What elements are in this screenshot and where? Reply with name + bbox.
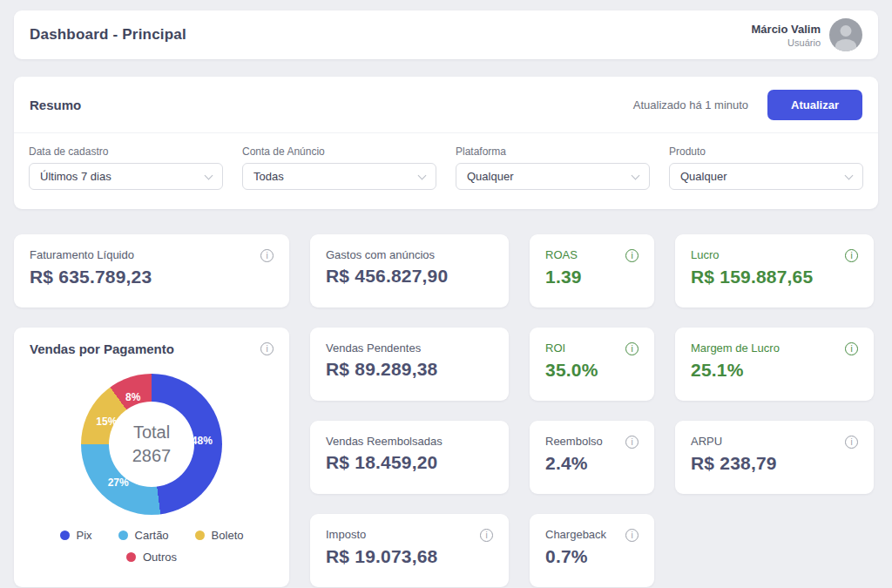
metric-card-roas: ROAS 1.39 xyxy=(530,234,654,308)
metric-card-vendas-reembolsadas: Vendas Reembolsadas R$ 18.459,20 xyxy=(310,421,509,494)
ad-account-select[interactable]: Todas xyxy=(242,163,436,190)
metric-label: Chargeback xyxy=(545,528,606,541)
metric-card-reembolso: Reembolso 2.4% xyxy=(530,421,654,494)
filter-label: Produto xyxy=(669,145,863,158)
platform-select[interactable]: Qualquer xyxy=(456,163,650,190)
metric-label: ROI xyxy=(545,341,565,355)
chevron-down-icon xyxy=(205,171,213,179)
metric-value: 2.4% xyxy=(545,453,639,474)
user-name: Márcio Valim xyxy=(752,23,821,36)
filter-data-de-cadastro: Data de cadastro Últimos 7 dias xyxy=(29,145,223,190)
info-icon[interactable] xyxy=(625,342,639,355)
metric-label: Margem de Lucro xyxy=(691,341,780,355)
top-header: Dashboard - Principal Márcio Valim Usuár… xyxy=(14,10,878,59)
metric-value: R$ 19.073,68 xyxy=(326,546,493,567)
donut-center: Total 2867 xyxy=(109,402,194,487)
metric-card-vendas-pendentes: Vendas Pendentes R$ 89.289,38 xyxy=(310,328,509,401)
info-icon[interactable] xyxy=(480,529,493,542)
info-icon[interactable] xyxy=(260,249,274,262)
legend-item[interactable]: Pix xyxy=(60,529,92,542)
select-value: Todas xyxy=(253,170,284,183)
metric-label: Gastos com anúncios xyxy=(326,248,435,261)
donut-total-value: 2867 xyxy=(132,446,172,466)
metric-value: R$ 159.887,65 xyxy=(691,267,858,287)
metric-value: 35.0% xyxy=(545,360,639,381)
legend-label: Pix xyxy=(77,529,92,542)
legend-label: Cartão xyxy=(135,529,169,542)
info-icon[interactable] xyxy=(845,249,858,262)
metric-label: Faturamento Líquido xyxy=(30,248,134,261)
metric-card-lucro: Lucro R$ 159.887,65 xyxy=(675,234,874,308)
chevron-down-icon xyxy=(632,171,640,179)
metric-value: 25.1% xyxy=(691,360,858,381)
info-icon[interactable] xyxy=(845,342,858,355)
chevron-down-icon xyxy=(418,171,427,179)
donut-chart: Total 2867 48%27%15%8% xyxy=(81,374,222,515)
date-range-select[interactable]: Últimos 7 dias xyxy=(29,163,223,190)
metric-label: Reembolso xyxy=(545,435,603,448)
metric-value: R$ 635.789,23 xyxy=(30,267,274,287)
filter-produto: Produto Qualquer xyxy=(669,145,863,190)
last-updated-text: Atualizado há 1 minuto xyxy=(633,98,748,112)
legend-dot xyxy=(126,552,136,562)
legend-item[interactable]: Outros xyxy=(126,551,177,564)
page-title: Dashboard - Principal xyxy=(30,26,186,44)
user-meta: Márcio Valim Usuário xyxy=(752,23,821,48)
filter-label: Plataforma xyxy=(456,145,650,158)
metrics-grid: Faturamento Líquido R$ 635.789,23 Gastos… xyxy=(14,234,878,587)
filters-row: Data de cadastro Últimos 7 dias Conta de… xyxy=(14,133,878,209)
metric-value: 0.7% xyxy=(545,546,639,567)
metric-label: Lucro xyxy=(691,248,720,261)
metric-value: R$ 89.289,38 xyxy=(326,359,493,380)
filter-label: Data de cadastro xyxy=(29,145,223,158)
resumo-title: Resumo xyxy=(30,98,81,112)
chevron-down-icon xyxy=(845,171,854,179)
resumo-header: Resumo Atualizado há 1 minuto Atualizar xyxy=(14,77,878,133)
info-icon[interactable] xyxy=(625,436,639,449)
metric-card-chargeback: Chargeback 0.7% xyxy=(530,514,654,587)
metric-card-roi: ROI 35.0% xyxy=(530,328,654,401)
metric-label: ROAS xyxy=(545,248,578,261)
user-menu[interactable]: Márcio Valim Usuário xyxy=(752,18,862,51)
select-value: Qualquer xyxy=(680,170,726,183)
donut-legend: PixCartãoBoletoOutros xyxy=(36,529,267,564)
donut-center-label: Total xyxy=(133,422,170,443)
metric-value: R$ 18.459,20 xyxy=(326,452,493,473)
user-avatar-icon[interactable] xyxy=(829,18,862,51)
resumo-actions: Atualizado há 1 minuto Atualizar xyxy=(633,90,862,120)
metric-label: Vendas Pendentes xyxy=(326,341,421,355)
metric-card-gastos-anuncios: Gastos com anúncios R$ 456.827,90 xyxy=(310,234,509,308)
select-value: Últimos 7 dias xyxy=(40,170,112,183)
metric-card-imposto: Imposto R$ 19.073,68 xyxy=(310,514,509,587)
info-icon[interactable] xyxy=(845,436,858,449)
info-icon[interactable] xyxy=(260,342,274,355)
legend-label: Outros xyxy=(143,551,177,564)
metric-label: ARPU xyxy=(691,435,722,448)
info-icon[interactable] xyxy=(625,249,639,262)
product-select[interactable]: Qualquer xyxy=(669,163,863,190)
dashboard-page: Dashboard - Principal Márcio Valim Usuár… xyxy=(0,0,892,588)
metric-card-arpu: ARPU R$ 238,79 xyxy=(675,421,874,494)
select-value: Qualquer xyxy=(467,170,513,183)
user-role: Usuário xyxy=(752,37,821,48)
legend-dot xyxy=(60,531,70,540)
info-icon[interactable] xyxy=(625,529,639,542)
resumo-section: Resumo Atualizado há 1 minuto Atualizar … xyxy=(14,77,878,209)
metric-card-margem-de-lucro: Margem de Lucro 25.1% xyxy=(675,328,874,401)
legend-item[interactable]: Boleto xyxy=(195,529,244,542)
legend-dot xyxy=(195,531,205,540)
payments-chart-card: Vendas por Pagamento Total 2867 48%27%15… xyxy=(14,328,289,587)
legend-dot xyxy=(118,531,128,540)
refresh-button[interactable]: Atualizar xyxy=(767,90,862,120)
filter-label: Conta de Anúncio xyxy=(242,145,436,158)
legend-item[interactable]: Cartão xyxy=(118,529,169,542)
filter-plataforma: Plataforma Qualquer xyxy=(456,145,650,190)
metric-label: Imposto xyxy=(326,528,366,541)
filter-conta-de-anuncio: Conta de Anúncio Todas xyxy=(242,145,436,190)
chart-title: Vendas por Pagamento xyxy=(30,341,174,356)
metric-label: Vendas Reembolsadas xyxy=(326,435,443,448)
metric-value: R$ 456.827,90 xyxy=(326,266,493,287)
metric-card-faturamento-liquido: Faturamento Líquido R$ 635.789,23 xyxy=(14,234,289,308)
metric-value: 1.39 xyxy=(545,267,639,287)
metric-value: R$ 238,79 xyxy=(691,453,858,474)
